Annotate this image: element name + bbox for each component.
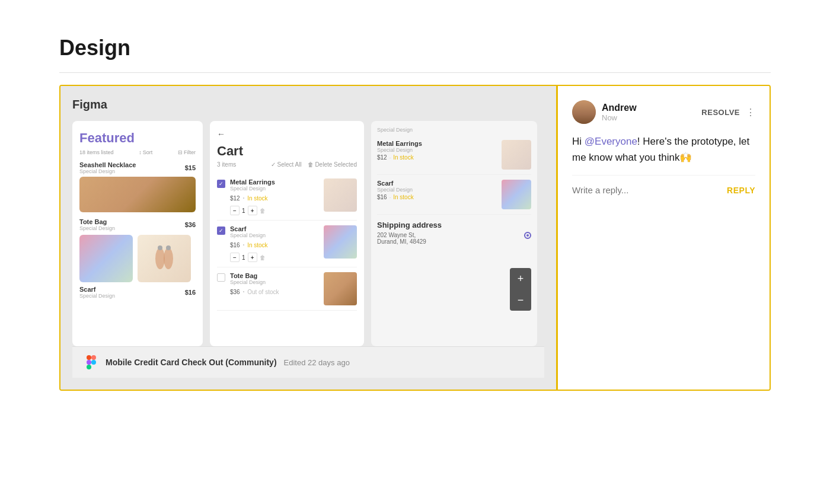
cart-checkbox-1[interactable]: ✓	[217, 180, 225, 188]
reply-input[interactable]	[572, 185, 727, 195]
cart-back-button[interactable]: ←	[217, 129, 357, 139]
svg-point-0	[155, 248, 165, 269]
cart-item-info-2: Scarf Special Design $16 · In stock − 1 …	[230, 225, 319, 262]
product-row-1: Seashell Necklace Special Design $15	[79, 161, 196, 174]
qty-value-2: 1	[242, 254, 245, 261]
cart-item-price-row-2: $16 · In stock	[230, 240, 319, 250]
product-img-scarf	[79, 235, 133, 282]
cart-items-count: 3 items	[217, 161, 236, 168]
cart-title: Cart	[217, 143, 357, 159]
check-icon: ✓	[271, 161, 276, 168]
page-title: Design	[59, 36, 771, 60]
sort-label[interactable]: ↕ Sort	[139, 149, 152, 155]
delete-selected-button[interactable]: 🗑 Delete Selected	[308, 161, 357, 168]
partial-item-img-1	[502, 140, 531, 170]
cart-item-stock-1: In stock	[247, 195, 267, 202]
shipping-title: Shipping address	[377, 221, 531, 229]
author-name: Andrew	[602, 103, 637, 113]
product-info-3: Scarf Special Design	[79, 286, 185, 299]
delete-item-1[interactable]: 🗑	[260, 208, 266, 214]
comment-mention: @Everyone	[585, 136, 637, 147]
comment-body: Hi @Everyone! Here's the prototype, let …	[572, 133, 755, 165]
address-line2: Durand, MI, 48429	[377, 238, 426, 245]
svg-rect-7	[87, 365, 91, 369]
reply-button[interactable]: REPLY	[727, 186, 755, 195]
partial-item-stock-1: In stock	[393, 154, 413, 161]
product-info-2: Tote Bag Special Design	[79, 218, 185, 231]
partial-item-1: Metal Earrings Special Design $12 · In s…	[377, 135, 531, 175]
delete-item-2[interactable]: 🗑	[260, 254, 266, 261]
main-card: Figma Featured 18 items listed ↕ Sort ⊟ …	[59, 85, 771, 391]
cart-item-price-row-1: $12 · In stock	[230, 193, 319, 203]
figma-edited-time: Edited 22 days ago	[284, 358, 350, 367]
partial-item-name-1: Metal Earrings	[377, 140, 497, 147]
cart-item-price-1: $12	[230, 195, 240, 202]
cart-item-sub-2: Special Design	[230, 232, 319, 238]
screen-featured: Featured 18 items listed ↕ Sort ⊟ Filter	[72, 121, 203, 346]
svg-point-8	[91, 360, 96, 365]
product-price-3: $16	[185, 289, 196, 296]
partial-item-price-2: $16	[377, 194, 387, 200]
svg-rect-5	[91, 355, 96, 360]
comment-author: Andrew Now	[572, 100, 637, 124]
product-img-tote	[79, 177, 196, 212]
shipping-address: 202 Wayne St, Durand, MI, 48429	[377, 232, 426, 245]
qty-minus-1[interactable]: −	[230, 206, 240, 215]
cart-item-img-1	[324, 178, 357, 212]
cart-checkbox-2[interactable]: ✓	[217, 227, 225, 235]
figma-logo-icon	[84, 355, 98, 369]
svg-rect-4	[87, 355, 91, 360]
product-sub-1: Special Design	[79, 168, 181, 174]
product-images-row	[79, 235, 196, 282]
trash-icon: 🗑	[308, 161, 314, 168]
address-radio[interactable]	[524, 232, 531, 239]
cart-item-img-3	[324, 272, 357, 305]
partial-item-info-2: Scarf Special Design $16 · In stock	[377, 180, 497, 200]
cart-meta: 3 items ✓ Select All 🗑 Delete Selected	[217, 161, 357, 168]
qty-minus-2[interactable]: −	[230, 253, 240, 262]
cart-item-img-2	[324, 225, 357, 259]
product-info-1: Seashell Necklace Special Design	[79, 161, 185, 174]
cart-item-sub-1: Special Design	[230, 186, 319, 192]
cart-item-3: Tote Bag Special Design $36 · Out of sto…	[217, 267, 357, 311]
resolve-button[interactable]: RESOLVE	[701, 108, 740, 117]
cart-item-controls-1: − 1 + 🗑	[230, 206, 319, 215]
author-details: Andrew Now	[602, 103, 637, 122]
cart-item-controls-2: − 1 + 🗑	[230, 253, 319, 262]
filter-label[interactable]: ⊟ Filter	[178, 149, 196, 155]
cart-item-2: ✓ Scarf Special Design $16 · In stock − …	[217, 221, 357, 267]
product-name-3: Scarf	[79, 286, 181, 293]
figma-file-title: Mobile Credit Card Check Out (Community)	[106, 358, 277, 367]
screen-cart: ← Cart 3 items ✓ Select All 🗑 Delete Sel…	[210, 121, 364, 346]
cart-item-stock-3: Out of stock	[247, 289, 279, 295]
svg-point-3	[166, 245, 171, 250]
product-sub-3: Special Design	[79, 293, 181, 299]
zoom-in-button[interactable]: +	[510, 268, 531, 289]
cart-item-info-3: Tote Bag Special Design $36 · Out of sto…	[230, 272, 319, 297]
sort-icon: ↕	[139, 149, 142, 155]
cart-item-price-3: $36	[230, 289, 240, 295]
product-price-2: $36	[185, 221, 196, 228]
avatar	[572, 100, 596, 124]
reply-area: REPLY	[572, 175, 755, 195]
address-line1: 202 Wayne St,	[377, 232, 426, 238]
partial-item-img-2	[502, 180, 531, 209]
zoom-out-button[interactable]: −	[510, 289, 531, 311]
product-name-1: Seashell Necklace	[79, 161, 181, 168]
svg-point-1	[164, 248, 173, 269]
svg-rect-6	[87, 360, 91, 365]
figma-label: Figma	[72, 98, 544, 111]
comment-header: Andrew Now RESOLVE ⋮	[572, 100, 755, 124]
cart-item-1: ✓ Metal Earrings Special Design $12 · In…	[217, 174, 357, 221]
select-all-button[interactable]: ✓ Select All	[271, 161, 302, 168]
partial-item-name-2: Scarf	[377, 180, 497, 187]
partial-item-sub-1: Special Design	[377, 147, 497, 153]
author-time: Now	[602, 113, 637, 122]
shipping-section: Shipping address 202 Wayne St, Durand, M…	[377, 221, 531, 245]
cart-checkbox-3[interactable]	[217, 273, 225, 282]
qty-plus-1[interactable]: +	[248, 206, 257, 215]
qty-value-1: 1	[242, 208, 245, 214]
more-button[interactable]: ⋮	[746, 107, 755, 118]
cart-item-name-2: Scarf	[230, 225, 319, 232]
qty-plus-2[interactable]: +	[248, 253, 257, 262]
